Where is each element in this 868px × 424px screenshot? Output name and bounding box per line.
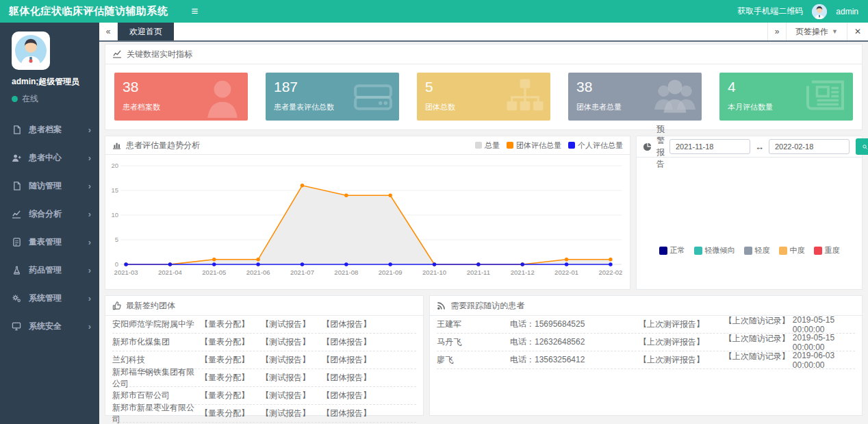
sidebar: admin;超级管理员 在线 患者档案 › 患者中心 › 随访管理 › 综合分析… bbox=[0, 23, 99, 424]
test-report-link[interactable]: 【测试报告】 bbox=[261, 372, 310, 384]
analyze-button[interactable]: 分析 bbox=[856, 138, 868, 155]
scale-assign-link[interactable]: 【量表分配】 bbox=[200, 319, 249, 330]
tab-operations-dropdown[interactable]: 页签操作 ▼ bbox=[786, 23, 847, 40]
profile-avatar[interactable] bbox=[12, 32, 50, 70]
patient-name: 王建军 bbox=[437, 319, 510, 330]
last-followup-record-link[interactable]: 【上次随访记录】 bbox=[724, 351, 790, 370]
user-icon bbox=[201, 75, 244, 118]
scale-assign-link[interactable]: 【量表分配】 bbox=[200, 372, 249, 384]
user-avatar[interactable] bbox=[812, 4, 827, 19]
legend-swatch-moderate bbox=[779, 247, 787, 255]
followup-patients-panel: 需要跟踪随访的患者 王建军 电话：15695684525 【上次测评报告】 【上… bbox=[429, 295, 863, 416]
sitemap-icon bbox=[504, 75, 546, 115]
scale-assign-link[interactable]: 【量表分配】 bbox=[200, 408, 249, 419]
document-icon bbox=[12, 238, 21, 247]
test-report-link[interactable]: 【测试报告】 bbox=[261, 354, 310, 366]
panel-title: 最新签约团体 bbox=[126, 300, 175, 312]
sidebar-item-medicine[interactable]: 药品管理 › bbox=[0, 256, 99, 284]
stat-card-group-patients: 38 团体患者总量 bbox=[568, 73, 702, 121]
sidebar-item-label: 随访管理 bbox=[29, 180, 81, 192]
trend-chart[interactable]: 051015202021-032021-042021-052021-062021… bbox=[105, 155, 630, 289]
sidebar-item-patient-files[interactable]: 患者档案 › bbox=[0, 116, 99, 144]
test-report-link[interactable]: 【测试报告】 bbox=[261, 408, 310, 419]
tab-bar: « 欢迎首页 » 页签操作 ▼ ✕ bbox=[99, 23, 868, 42]
trend-chart-panel: 患者评估量趋势分析 总量 团体评估总量 个人评估总量 051015202021-… bbox=[105, 136, 630, 290]
legend-swatch-group bbox=[507, 142, 513, 149]
date-from-input[interactable] bbox=[669, 139, 750, 154]
svg-text:2021-08: 2021-08 bbox=[334, 269, 358, 276]
get-qr-code-link[interactable]: 获取手机端二维码 bbox=[737, 5, 803, 17]
phone-number: 15695684525 bbox=[535, 319, 585, 329]
newspaper-icon bbox=[804, 75, 849, 115]
svg-text:2021-11: 2021-11 bbox=[467, 269, 490, 276]
last-followup-record-link[interactable]: 【上次随访记录】 bbox=[724, 333, 790, 352]
panel-title: 患者评估量趋势分析 bbox=[126, 140, 200, 151]
key-indicators-panel: 关键数据实时指标 38 患者档案数 187 患者量表评估总数 5 团体总数 bbox=[105, 44, 863, 130]
sidebar-item-label: 系统管理 bbox=[29, 292, 81, 304]
svg-text:10: 10 bbox=[111, 212, 118, 219]
test-report-link[interactable]: 【测试报告】 bbox=[261, 336, 310, 348]
username-label[interactable]: admin bbox=[836, 7, 858, 16]
hdd-icon bbox=[351, 75, 395, 115]
range-arrow-icon: ↔ bbox=[755, 142, 764, 152]
sidebar-item-followup[interactable]: 随访管理 › bbox=[0, 172, 99, 200]
close-tab-button[interactable]: ✕ bbox=[847, 23, 868, 40]
tabs-scroll-left-button[interactable]: « bbox=[99, 23, 118, 40]
patient-name: 廖飞 bbox=[437, 354, 510, 366]
date-to-input[interactable] bbox=[769, 139, 850, 154]
sidebar-item-system[interactable]: 系统管理 › bbox=[0, 284, 99, 312]
profile-name: admin;超级管理员 bbox=[12, 76, 99, 88]
group-row: 安阳师范学院附属中学 【量表分配】【测试报告】【团体报告】 bbox=[112, 316, 416, 334]
test-report-link[interactable]: 【测试报告】 bbox=[261, 319, 310, 330]
last-assessment-report-link[interactable]: 【上次测评报告】 bbox=[639, 337, 704, 347]
group-name: 新郑福华钢铁集团有限公司 bbox=[112, 366, 200, 390]
scale-assign-link[interactable]: 【量表分配】 bbox=[200, 336, 249, 348]
group-report-link[interactable]: 【团体报告】 bbox=[322, 372, 371, 384]
test-report-link[interactable]: 【测试报告】 bbox=[261, 390, 310, 401]
svg-text:2021-07: 2021-07 bbox=[290, 269, 314, 276]
scale-assign-link[interactable]: 【量表分配】 bbox=[200, 354, 249, 366]
svg-text:2021-09: 2021-09 bbox=[379, 269, 403, 276]
file-icon bbox=[12, 125, 21, 134]
hamburger-menu-icon[interactable]: ≡ bbox=[192, 5, 199, 17]
group-report-link[interactable]: 【团体报告】 bbox=[322, 408, 371, 419]
groups-list: 安阳师范学院附属中学 【量表分配】【测试报告】【团体报告】 新郑市化煤集团 【量… bbox=[105, 316, 423, 423]
group-name: 兰幻科技 bbox=[112, 354, 200, 366]
sidebar-item-security[interactable]: 系统安全 › bbox=[0, 312, 99, 340]
legend-swatch-severe bbox=[814, 247, 822, 255]
last-followup-date: 2019-06-03 00:00:00 bbox=[793, 351, 855, 370]
sidebar-item-scales[interactable]: 量表管理 › bbox=[0, 228, 99, 256]
last-followup-date: 2019-05-15 00:00:00 bbox=[793, 333, 855, 352]
warning-legend: 正常 轻微倾向 轻度 中度 重度 bbox=[637, 245, 862, 255]
svg-text:5: 5 bbox=[115, 236, 118, 244]
group-report-link[interactable]: 【团体报告】 bbox=[322, 336, 371, 348]
legend-swatch-mild bbox=[744, 247, 752, 255]
tab-operations-label: 页签操作 bbox=[795, 26, 828, 38]
online-status-label: 在线 bbox=[22, 93, 38, 105]
group-report-link[interactable]: 【团体报告】 bbox=[322, 390, 371, 401]
phone-label: 电话： bbox=[510, 319, 535, 329]
sidebar-item-analysis[interactable]: 综合分析 › bbox=[0, 200, 99, 228]
panel-title: 关键数据实时指标 bbox=[127, 49, 192, 60]
group-report-link[interactable]: 【团体报告】 bbox=[322, 354, 371, 366]
line-chart-icon bbox=[12, 210, 21, 219]
sidebar-menu: 患者档案 › 患者中心 › 随访管理 › 综合分析 › 量表管理 › 药品管理 … bbox=[0, 116, 99, 340]
patients-list: 王建军 电话：15695684525 【上次测评报告】 【上次随访记录】2019… bbox=[430, 316, 862, 369]
phone-label: 电话： bbox=[510, 337, 535, 347]
stat-card-month-assessments: 4 本月评估数量 bbox=[719, 73, 853, 121]
sidebar-item-label: 系统安全 bbox=[29, 321, 81, 332]
scale-assign-link[interactable]: 【量表分配】 bbox=[200, 390, 249, 401]
gears-icon bbox=[12, 294, 21, 303]
group-report-link[interactable]: 【团体报告】 bbox=[322, 319, 371, 330]
rss-icon bbox=[437, 301, 446, 310]
tabs-scroll-right-button[interactable]: » bbox=[767, 23, 786, 40]
chevron-right-icon: › bbox=[88, 181, 91, 191]
last-assessment-report-link[interactable]: 【上次测评报告】 bbox=[639, 319, 704, 329]
sidebar-item-patient-center[interactable]: 患者中心 › bbox=[0, 144, 99, 172]
last-assessment-report-link[interactable]: 【上次测评报告】 bbox=[639, 355, 704, 364]
legend-swatch-total bbox=[475, 142, 482, 149]
phone-label: 电话： bbox=[510, 355, 535, 364]
legend-label: 重度 bbox=[825, 245, 840, 255]
tab-welcome-home[interactable]: 欢迎首页 bbox=[118, 23, 174, 40]
last-followup-record-link[interactable]: 【上次随访记录】 bbox=[724, 315, 790, 334]
